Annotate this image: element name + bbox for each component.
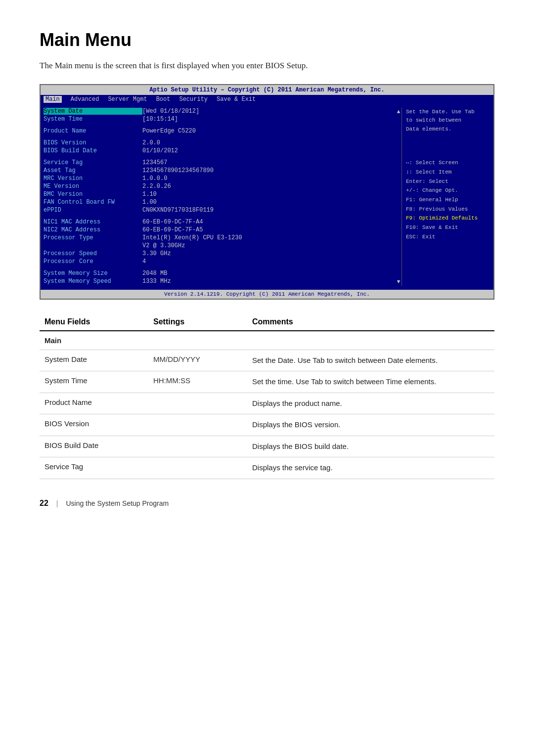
bios-value-memspeed: 1333 MHz — [142, 278, 171, 285]
page-footer: 22 | Using the System Setup Program — [40, 499, 494, 508]
bios-row-sysdate: System Date [Wed 01/18/2012] — [44, 108, 391, 115]
bios-row-fanfw: FAN Control Board FW 1.00 — [44, 199, 391, 206]
bios-value-proccore: 4 — [142, 258, 146, 265]
bios-label-memspeed: System Memory Speed — [44, 278, 142, 285]
menu-fields-table: Menu Fields Settings Comments Main Syste… — [40, 314, 494, 479]
key-enter: Enter: Select — [406, 177, 490, 186]
setting-service-tag — [148, 457, 247, 479]
bios-row-mrcver: MRC Version 1.0.0.0 — [44, 175, 391, 182]
key-select-screen: ↔: Select Screen — [406, 158, 490, 168]
section-header-main: Main — [40, 331, 494, 350]
bios-row-biosver: BIOS Version 2.0.0 — [44, 139, 391, 146]
scroll-down-icon: ▼ — [397, 279, 400, 285]
table-row: BIOS Build Date Displays the BIOS build … — [40, 436, 494, 457]
table-row: System Date MM/DD/YYYY Set the Date. Use… — [40, 350, 494, 371]
bios-label-bmcver: BMC Version — [44, 191, 142, 198]
table-row: System Time HH:MM:SS Set the time. Use T… — [40, 371, 494, 393]
bios-value-assettag: 12345678901234567890 — [142, 167, 214, 174]
bios-value-mever: 2.2.0.26 — [142, 183, 171, 190]
bios-label-biosbuild: BIOS Build Date — [44, 147, 142, 154]
bios-label-prodname: Product Name — [44, 128, 142, 134]
bios-label-nic1: NIC1 MAC Address — [44, 219, 142, 225]
bios-menu-save[interactable]: Save & Exit — [217, 96, 256, 103]
bios-menu-bar: Main Advanced Server Mgmt Boot Security … — [41, 95, 493, 104]
key-esc: ESC: Exit — [406, 232, 490, 242]
table-row: Service Tag Displays the service tag. — [40, 457, 494, 479]
bios-menu-server[interactable]: Server Mgmt — [108, 96, 147, 103]
bios-label-memsize: System Memory Size — [44, 270, 142, 277]
bios-menu-advanced[interactable]: Advanced — [71, 96, 99, 103]
setting-bios-build-date — [148, 436, 247, 457]
bios-label-proctype: Processor Type — [44, 234, 142, 241]
bios-help-keys: ↔: Select Screen ↕: Select Item Enter: S… — [406, 158, 490, 241]
bios-title-bar: Aptio Setup Utility – Copyright (C) 2011… — [41, 85, 493, 95]
page-title: Main Menu — [40, 30, 494, 50]
bios-value-mrcver: 1.0.0.0 — [142, 175, 167, 182]
bios-row-eppid: ePPID CN0KXND97170318F0119 — [44, 207, 391, 214]
bios-row-procspeed: Processor Speed 3.30 GHz — [44, 250, 391, 257]
bios-value-biosbuild: 01/10/2012 — [142, 147, 178, 154]
bios-value-bmcver: 1.10 — [142, 191, 157, 198]
intro-text: The Main menu is the screen that is firs… — [40, 59, 494, 72]
comment-service-tag: Displays the service tag. — [247, 457, 494, 479]
key-f9: F9: Optimized Defaults — [406, 214, 490, 223]
bios-footer: Version 2.14.1219. Copyright (C) 2011 Am… — [41, 290, 493, 299]
bios-value-svctag: 1234567 — [142, 159, 167, 166]
comment-bios-version: Displays the BIOS version. — [247, 414, 494, 436]
bios-help-top: Set the Date. Use Tabto switch betweenDa… — [406, 108, 490, 134]
bios-value-procspeed: 3.30 GHz — [142, 250, 171, 257]
field-bios-version: BIOS Version — [40, 414, 148, 436]
bios-label-procspeed: Processor Speed — [44, 250, 142, 257]
bios-row-memsize: System Memory Size 2048 MB — [44, 270, 391, 277]
section-label-main: Main — [40, 331, 148, 350]
bios-row-memspeed: System Memory Speed 1333 MHz — [44, 278, 391, 285]
bios-label-eppid: ePPID — [44, 207, 142, 214]
bios-label-sysdate: System Date — [44, 108, 142, 115]
key-f1: F1: General Help — [406, 195, 490, 205]
table-header-row: Menu Fields Settings Comments — [40, 314, 494, 331]
bios-value-eppid: CN0KXND97170318F0119 — [142, 207, 214, 214]
page-number: 22 — [40, 499, 48, 508]
field-system-date: System Date — [40, 350, 148, 371]
col-header-settings: Settings — [148, 314, 247, 331]
bios-label-mever: ME Version — [44, 183, 142, 190]
setting-product-name — [148, 393, 247, 414]
table-row: Product Name Displays the product name. — [40, 393, 494, 414]
footer-label: Using the System Setup Program — [66, 499, 169, 507]
table-row: BIOS Version Displays the BIOS version. — [40, 414, 494, 436]
bios-value-fanfw: 1.00 — [142, 199, 157, 206]
field-system-time: System Time — [40, 371, 148, 393]
bios-row-proctype2: V2 @ 3.30GHz — [44, 242, 391, 249]
bios-label-proctype2 — [44, 242, 142, 249]
key-f10: F10: Save & Exit — [406, 223, 490, 232]
comment-bios-build-date: Displays the BIOS build date. — [247, 436, 494, 457]
comment-system-time: Set the time. Use Tab to switch between … — [247, 371, 494, 393]
bios-value-memsize: 2048 MB — [142, 270, 167, 277]
bios-menu-boot[interactable]: Boot — [156, 96, 171, 103]
scroll-up-icon: ▲ — [397, 109, 400, 115]
bios-label-svctag: Service Tag — [44, 159, 142, 166]
bios-value-proctype: Intel(R) Xeon(R) CPU E3-1230 — [142, 234, 242, 241]
bios-value-systime: [10:15:14] — [142, 116, 178, 123]
key-change: +/-: Change Opt. — [406, 186, 490, 195]
bios-label-systime: System Time — [44, 116, 142, 123]
bios-row-svctag: Service Tag 1234567 — [44, 159, 391, 166]
col-header-fields: Menu Fields — [40, 314, 148, 331]
comment-system-date: Set the Date. Use Tab to switch between … — [247, 350, 494, 371]
bios-row-assettag: Asset Tag 12345678901234567890 — [44, 167, 391, 174]
bios-row-mever: ME Version 2.2.0.26 — [44, 183, 391, 190]
bios-row-proctype: Processor Type Intel(R) Xeon(R) CPU E3-1… — [44, 234, 391, 241]
bios-body: System Date [Wed 01/18/2012] System Time… — [41, 104, 493, 290]
bios-row-nic2: NIC2 MAC Address 60-EB-69-DC-7F-A5 — [44, 226, 391, 233]
bios-screen: Aptio Setup Utility – Copyright (C) 2011… — [40, 84, 494, 300]
comment-product-name: Displays the product name. — [247, 393, 494, 414]
bios-menu-security[interactable]: Security — [179, 96, 208, 103]
bios-menu-main[interactable]: Main — [44, 96, 62, 103]
bios-value-sysdate: [Wed 01/18/2012] — [142, 108, 199, 115]
key-f8: F8: Previous Values — [406, 205, 490, 214]
bios-label-assettag: Asset Tag — [44, 167, 142, 174]
setting-system-time: HH:MM:SS — [148, 371, 247, 393]
bios-value-nic2: 60-EB-69-DC-7F-A5 — [142, 226, 203, 233]
bios-value-prodname: PowerEdge C5220 — [142, 128, 196, 134]
key-select-item: ↕: Select Item — [406, 168, 490, 177]
